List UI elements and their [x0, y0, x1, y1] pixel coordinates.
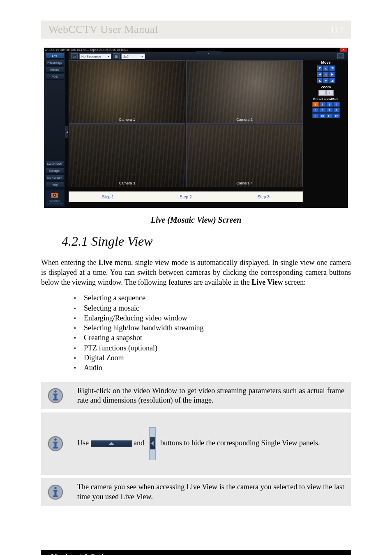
sidebar-bottom-group: Switch User Manager My Account Help [44, 160, 65, 188]
sidebar-item-pos[interactable]: POS [45, 74, 64, 80]
preset-11[interactable]: 11 [326, 113, 333, 118]
info-note-3-text: The camera you see when accessing Live V… [77, 482, 344, 502]
preset-3[interactable]: 3 [326, 102, 333, 107]
info-note-2-text: Use and buttons to hide the correspondin… [77, 425, 320, 463]
expand-icon[interactable]: ⛶ [337, 53, 344, 59]
hide-left-panel-button-icon [148, 425, 157, 463]
preset-12[interactable]: 12 [333, 113, 340, 118]
svg-rect-14 [53, 447, 58, 449]
ptz-right-icon[interactable]: ▶ [329, 71, 335, 77]
ptz-down-icon[interactable]: ▼ [323, 78, 329, 83]
app-sidebar: Live Recordings Alarms POS Switch User M… [44, 52, 65, 208]
ptz-zoom-heading: Zoom [306, 85, 346, 89]
info-icon [47, 484, 64, 500]
feature-item: Digital Zoom [74, 353, 351, 363]
note2-mid: and [134, 439, 146, 447]
preset-4[interactable]: 4 [333, 102, 340, 107]
ptz-preset-row-1: 1 2 3 4 [306, 102, 346, 107]
sidebar-item-help[interactable]: Help [45, 182, 64, 188]
camera-tile-2[interactable]: Camera 2 [186, 60, 303, 124]
intro-post: screen: [283, 278, 306, 286]
feature-item: Selecting a sequence [74, 293, 351, 303]
preset-6[interactable]: 6 [319, 108, 326, 113]
page-content: WEBCCTV user on 10.0.10.178 — верес. 24 … [0, 39, 392, 521]
app-window: WEBCCTV user on 10.0.10.178 — верес. 24 … [44, 48, 348, 208]
sidebar-item-manager[interactable]: Manager [45, 168, 64, 174]
feature-list: Selecting a sequence Selecting a mosaic … [74, 293, 351, 373]
svg-point-5 [54, 390, 57, 393]
doc-title: WebCCTV User Manual [48, 23, 158, 36]
sequence-dropdown[interactable]: No Sequence [79, 53, 111, 59]
collapse-left-icon[interactable]: ◂ [65, 126, 68, 138]
svg-rect-19 [55, 490, 57, 496]
step-link-2[interactable]: Step 2 [180, 195, 192, 199]
mosaic-dropdown-label: 2x2 [123, 55, 129, 58]
feature-item: Enlarging/Reducing video window [74, 313, 351, 323]
camera-label-1: Camera 1 [69, 117, 185, 122]
ptz-preset-heading: Preset recall/set [306, 97, 346, 101]
intro-bold-1: Live [99, 258, 113, 267]
svg-point-17 [54, 487, 57, 489]
ptz-preset-row-3: 9 10 11 12 [306, 113, 346, 118]
feature-item: Selecting a mosaic [74, 303, 351, 313]
step-link-3[interactable]: Step 3 [258, 195, 270, 199]
sidebar-item-my-account[interactable]: My Account [45, 175, 64, 181]
hide-top-panel-button-icon [91, 440, 132, 447]
sidebar-item-switch-user[interactable]: Switch User [45, 161, 64, 167]
mosaic-icon[interactable]: ▦ [113, 53, 120, 59]
intro-pre: When entering the [41, 258, 99, 267]
camera-tile-3[interactable]: Camera 3 [69, 124, 185, 188]
camera-tile-4[interactable]: Camera 4 [186, 124, 303, 188]
brand-copyright: © 2015 Quadrox NV [47, 202, 62, 204]
sidebar-item-alarms[interactable]: Alarms [45, 67, 64, 73]
svg-rect-20 [53, 495, 58, 497]
monitor-icon[interactable]: ▭ [71, 53, 78, 59]
sidebar-item-recordings[interactable]: Recordings [45, 60, 64, 66]
section-heading: 4.2.1 Single View [62, 234, 351, 249]
ptz-preset-row-2: 5 6 7 8 [306, 108, 346, 113]
ptz-up-icon[interactable]: ▲ [323, 65, 329, 71]
app-toolbar: ▴ ▭ No Sequence ▦ 2x2 ⛶ [69, 52, 348, 60]
preset-8[interactable]: 8 [333, 108, 340, 113]
feature-item: Creating a snapshot [74, 333, 351, 343]
zoom-out-icon[interactable]: − [318, 90, 326, 96]
ptz-up-left-icon[interactable]: ◤ [317, 65, 323, 71]
preset-9[interactable]: 9 [312, 113, 319, 118]
preset-2[interactable]: 2 [319, 102, 326, 107]
info-note-1-text: Right-click on the video Window to get v… [77, 386, 344, 405]
ptz-down-right-icon[interactable]: ◢ [329, 78, 335, 83]
ptz-left-icon[interactable]: ◀ [317, 71, 323, 77]
svg-point-11 [54, 439, 57, 441]
mosaic-dropdown[interactable]: 2x2 [121, 53, 145, 59]
video-grid: Camera 1 Camera 2 Camera 3 Camera 4 [69, 60, 303, 187]
page-footer: Version 4.9 Series [41, 550, 351, 555]
sequence-dropdown-label: No Sequence [81, 55, 101, 58]
ptz-up-right-icon[interactable]: ◥ [329, 65, 335, 71]
camera-tile-1[interactable]: Camera 1 [69, 60, 185, 124]
ptz-panel: Move ◤ ▲ ◥ ◀ ▶ ◣ ▼ ◢ Zoom − + Preset [306, 60, 346, 119]
note2-post: buttons to hide the corresponding Single… [160, 439, 320, 447]
info-note-1: Right-click on the video Window to get v… [41, 382, 351, 410]
sidebar-item-live[interactable]: Live [45, 53, 64, 59]
camera-label-4: Camera 4 [187, 181, 302, 185]
close-icon[interactable]: × [340, 48, 347, 52]
page-header: WebCCTV User Manual 117 [41, 21, 351, 39]
sidebar-top-group: Live Recordings Alarms POS [44, 52, 65, 80]
collapse-up-icon[interactable]: ▴ [196, 51, 221, 55]
camera-label-2: Camera 2 [187, 117, 302, 122]
window-title: WEBCCTV user on 10.0.10.178 — верес. 24 … [45, 48, 128, 51]
note2-pre: Use [77, 439, 91, 447]
ptz-home-icon[interactable] [323, 71, 329, 77]
feature-item: PTZ functions (optional) [74, 343, 351, 353]
zoom-in-icon[interactable]: + [326, 90, 334, 96]
footer-text: Version 4.9 Series [51, 553, 111, 555]
step-link-1[interactable]: Step 1 [102, 195, 114, 199]
preset-5[interactable]: 5 [312, 108, 319, 113]
svg-point-2 [54, 195, 55, 196]
preset-10[interactable]: 10 [319, 113, 326, 118]
ptz-down-left-icon[interactable]: ◣ [317, 78, 323, 83]
preset-7[interactable]: 7 [326, 108, 333, 113]
info-icon [47, 435, 64, 452]
preset-1[interactable]: 1 [312, 102, 319, 107]
info-icon [47, 387, 64, 404]
